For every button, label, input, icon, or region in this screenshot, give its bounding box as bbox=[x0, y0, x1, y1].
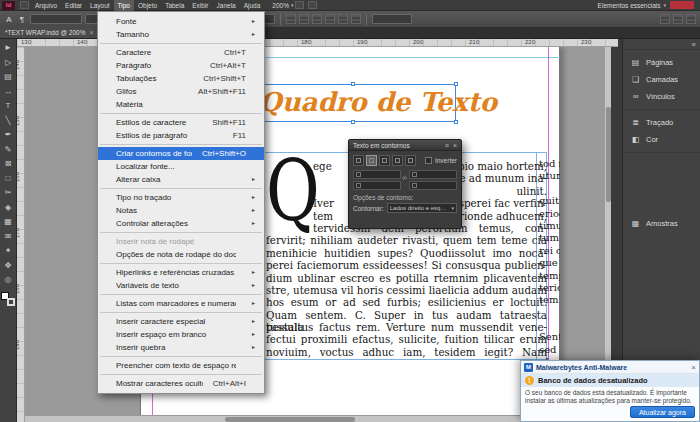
type-menu-item[interactable]: TabulaçõesCtrl+Shift+T bbox=[98, 72, 264, 85]
menubar-item-tipo[interactable]: Tipo bbox=[114, 0, 134, 11]
panel-menu-icon[interactable]: ≡ bbox=[445, 142, 449, 149]
checkbox[interactable] bbox=[425, 157, 432, 164]
menubar-item-arquivo[interactable]: Arquivo bbox=[31, 0, 61, 11]
panel-header[interactable]: Texto em contornos ≡ × bbox=[349, 140, 461, 151]
vertical-ruler[interactable]: 140150160170180190 bbox=[17, 47, 25, 422]
control-icon[interactable] bbox=[286, 14, 296, 24]
control-icon[interactable] bbox=[338, 14, 348, 24]
horizontal-scrollbar[interactable] bbox=[25, 415, 604, 422]
menubar-item-editar[interactable]: Editar bbox=[61, 0, 86, 11]
close-icon[interactable]: × bbox=[691, 363, 696, 372]
type-menu-item[interactable]: Inserir quebra▸ bbox=[98, 341, 264, 354]
eyedropper-tool[interactable]: ✦ bbox=[0, 244, 17, 259]
dock-header[interactable]: « bbox=[623, 39, 700, 50]
title-text-frame[interactable]: Quadro de Texto bbox=[252, 84, 456, 122]
type-menu-item[interactable]: Localizar fonte... bbox=[98, 160, 264, 173]
menubar-item-exibir[interactable]: Exibir bbox=[188, 0, 212, 11]
type-menu-item[interactable]: Inserir espaço em branco▸ bbox=[98, 328, 264, 341]
scrollbar-thumb[interactable] bbox=[606, 107, 611, 202]
type-menu-item[interactable]: Variáveis de texto▸ bbox=[98, 279, 264, 292]
type-menu-item[interactable]: ParágrafoCtrl+Alt+T bbox=[98, 59, 264, 72]
dock-item-páginas[interactable]: ▤Páginas bbox=[623, 54, 700, 71]
view-options-icon[interactable] bbox=[295, 1, 304, 9]
type-menu-item[interactable]: Criar contornos de fontesCtrl+Shift+O bbox=[98, 147, 264, 160]
dock-item-camadas[interactable]: ❏Camadas bbox=[623, 71, 700, 88]
paragraph-formatting-icon[interactable]: ¶ bbox=[17, 15, 27, 24]
font-family-field[interactable] bbox=[30, 14, 82, 24]
pen-tool[interactable]: ✒ bbox=[0, 128, 17, 143]
control-icon[interactable] bbox=[351, 14, 361, 24]
type-menu-item[interactable]: CaractereCtrl+T bbox=[98, 46, 264, 59]
document-tab[interactable]: *TEXT WRAP.indd @ 200% × bbox=[0, 27, 100, 38]
type-menu-item[interactable]: Fonte▸ bbox=[98, 15, 264, 28]
wrap-object-shape-icon[interactable] bbox=[379, 155, 390, 166]
type-menu-item[interactable]: Opções de nota de rodapé do documento... bbox=[98, 248, 264, 261]
type-menu-item[interactable]: Matéria bbox=[98, 98, 264, 111]
zoom-tool[interactable]: ◎ bbox=[0, 273, 17, 288]
stroke-swatch[interactable] bbox=[7, 298, 15, 306]
line-tool[interactable]: ╲ bbox=[0, 114, 17, 129]
dock-item-amostras[interactable]: ▦Amostras bbox=[623, 215, 700, 232]
close-icon[interactable]: × bbox=[453, 142, 457, 149]
top-offset-field[interactable] bbox=[353, 170, 401, 179]
fill-stroke-swatches[interactable] bbox=[1, 292, 15, 306]
bottom-offset-field[interactable] bbox=[409, 170, 457, 179]
free-transform-tool[interactable]: ◈ bbox=[0, 201, 17, 216]
wrap-bounding-box-icon[interactable] bbox=[366, 155, 377, 166]
frame-handle[interactable] bbox=[351, 120, 355, 124]
type-menu-item[interactable]: Hiperlinks e referências cruzadas▸ bbox=[98, 266, 264, 279]
selection-tool[interactable]: ► bbox=[0, 41, 17, 56]
character-formatting-icon[interactable]: A bbox=[4, 15, 14, 24]
type-menu-item[interactable]: Inserir nota de rodapé bbox=[98, 235, 264, 248]
left-offset-field[interactable] bbox=[353, 181, 401, 190]
jump-object-icon[interactable] bbox=[392, 155, 403, 166]
menubar-item-ajuda[interactable]: Ajuda bbox=[240, 0, 265, 11]
control-icon[interactable] bbox=[299, 14, 309, 24]
type-menu-item[interactable]: Preencher com texto de espaço reservado bbox=[98, 359, 264, 372]
control-icon[interactable] bbox=[325, 14, 335, 24]
hand-tool[interactable]: ✥ bbox=[0, 259, 17, 274]
gap-tool[interactable]: ↔ bbox=[0, 85, 17, 100]
close-icon[interactable]: × bbox=[89, 29, 93, 36]
control-icon[interactable] bbox=[673, 14, 683, 24]
expand-panels-icon[interactable]: « bbox=[692, 40, 696, 49]
frame-handle[interactable] bbox=[351, 82, 355, 86]
type-menu-item[interactable]: Tamanho▸ bbox=[98, 28, 264, 41]
no-wrap-icon[interactable] bbox=[353, 155, 364, 166]
control-icon[interactable] bbox=[686, 14, 696, 24]
note-tool[interactable]: ✉ bbox=[0, 230, 17, 245]
dock-item-traçado[interactable]: ≣Traçado bbox=[623, 114, 700, 131]
menubar-item-tabela[interactable]: Tabela bbox=[161, 0, 188, 11]
type-menu-item[interactable]: Inserir caractere especial▸ bbox=[98, 315, 264, 328]
type-menu-item[interactable]: Estilos de parágrafoF11 bbox=[98, 129, 264, 142]
type-menu-item[interactable]: Tipo no traçado▸ bbox=[98, 191, 264, 204]
scrollbar-thumb[interactable] bbox=[225, 417, 355, 422]
zoom-level-control[interactable]: 200% ▾ bbox=[272, 2, 293, 9]
frame-tool[interactable]: ⊠ bbox=[0, 157, 17, 172]
type-menu-item[interactable]: Notas▸ bbox=[98, 204, 264, 217]
dock-item-vínculos[interactable]: ∞Vínculos bbox=[623, 88, 700, 105]
control-icon[interactable] bbox=[312, 14, 322, 24]
bridge-icon[interactable] bbox=[20, 1, 29, 9]
control-icon[interactable] bbox=[660, 14, 670, 24]
gradient-tool[interactable]: ▦ bbox=[0, 215, 17, 230]
text-wrap-panel[interactable]: Texto em contornos ≡ × Inverter bbox=[348, 139, 462, 229]
type-menu-item[interactable]: Mostrar caracteres ocultosCtrl+Alt+I bbox=[98, 377, 264, 390]
page-tool[interactable]: ▤ bbox=[0, 70, 17, 85]
type-menu-item[interactable]: Alterar caixa▸ bbox=[98, 173, 264, 186]
type-menu-item[interactable]: Estilos de caractereShift+F11 bbox=[98, 116, 264, 129]
type-tool[interactable]: T bbox=[0, 99, 17, 114]
malwarebytes-notification[interactable]: M Malwarebytes Anti-Malware × ! Banco de… bbox=[520, 360, 700, 422]
control-field[interactable] bbox=[372, 14, 412, 24]
menubar-item-objeto[interactable]: Objeto bbox=[134, 0, 161, 11]
type-menu-item[interactable]: GlifosAlt+Shift+F11 bbox=[98, 85, 264, 98]
direct-selection-tool[interactable]: ▷ bbox=[0, 56, 17, 71]
frame-handle[interactable] bbox=[454, 120, 458, 124]
scissors-tool[interactable]: ✂ bbox=[0, 186, 17, 201]
frame-handle[interactable] bbox=[454, 82, 458, 86]
wrap-to-dropdown[interactable]: Lados direito e esquerdo ▾ bbox=[387, 203, 457, 213]
dock-item-cor[interactable]: ◧Cor bbox=[623, 131, 700, 148]
type-menu-item[interactable]: Controlar alterações▸ bbox=[98, 217, 264, 230]
screen-mode-icon[interactable] bbox=[308, 1, 317, 9]
rectangle-tool[interactable]: □ bbox=[0, 172, 17, 187]
